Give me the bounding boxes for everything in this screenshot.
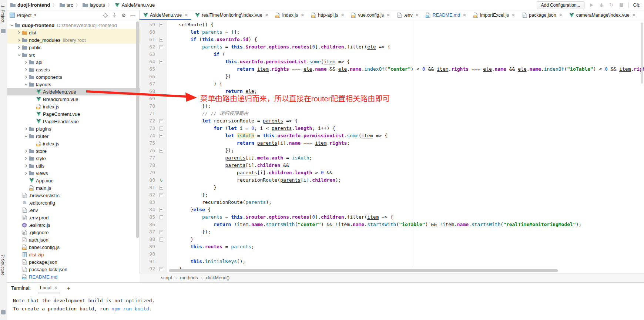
chevron-closed-icon[interactable]: [23, 157, 29, 160]
tab-http-api-js[interactable]: JShttp-api.js✕: [308, 10, 348, 20]
fold-marker-icon[interactable]: [155, 213, 167, 221]
tab-cameramanage-index-vue[interactable]: cameraManage\index.vue✕: [566, 10, 639, 20]
close-icon[interactable]: ✕: [386, 13, 390, 18]
hide-icon[interactable]: —: [130, 13, 135, 18]
fold-marker-icon[interactable]: [155, 43, 167, 51]
close-icon[interactable]: ✕: [415, 13, 419, 18]
code-editor[interactable]: 59 setRoute() {60 let parents = [];61 if…: [140, 20, 644, 273]
fold-marker-icon[interactable]: [155, 125, 167, 132]
fold-marker-icon[interactable]: [155, 265, 167, 273]
terminal-output[interactable]: Note that the development build is not o…: [7, 293, 644, 313]
close-icon[interactable]: ✕: [184, 13, 188, 18]
terminal-tab-local[interactable]: Local ✕: [38, 283, 60, 293]
tree-item-dist-zip[interactable]: dist.zip: [7, 251, 140, 258]
project-tool-icon[interactable]: [1, 29, 6, 33]
breadcrumb-item-layouts[interactable]: layouts: [83, 2, 105, 8]
collapse-all-icon[interactable]: [112, 13, 117, 18]
project-scrollbar[interactable]: [136, 21, 139, 238]
tree-item-asidemenu-vue[interactable]: AsideMenu.vue: [7, 88, 140, 95]
tab-realtimemonitoring-index-vue[interactable]: realTimeMonitoring\index.vue✕: [191, 10, 272, 20]
tree-item-readme-md[interactable]: MDREADME.md: [7, 273, 140, 280]
chevron-closed-icon[interactable]: [16, 38, 22, 42]
tree-item-plugins[interactable]: plugins: [7, 125, 140, 132]
tab-index-js[interactable]: JSindex.js✕: [272, 10, 308, 20]
code-breadcrumb-script[interactable]: script: [161, 275, 172, 280]
locate-icon[interactable]: [103, 13, 108, 18]
tree-item-public[interactable]: public: [7, 44, 140, 51]
close-icon[interactable]: ✕: [341, 13, 344, 18]
tree-item-package-lock-json[interactable]: {}package-lock.json: [7, 266, 140, 273]
tree-item--eslintrc-js[interactable]: .eslintrc.js: [7, 221, 140, 229]
tree-item-duoji-frontend[interactable]: duoji-frontendD:\zheheWeb\duoji-frontend: [7, 21, 140, 29]
close-icon[interactable]: ✕: [632, 13, 636, 18]
tab--env[interactable]: .env✕: [393, 10, 422, 20]
tree-item-layouts[interactable]: layouts: [7, 81, 140, 88]
tree-item-app-vue[interactable]: App.vue: [7, 177, 140, 184]
settings-icon[interactable]: ⚙: [121, 13, 126, 18]
close-icon[interactable]: ✕: [559, 13, 563, 18]
tree-item-utils[interactable]: utils: [7, 162, 140, 169]
tree-item-auth-json[interactable]: {}auth.json: [7, 236, 140, 243]
chevron-closed-icon[interactable]: [23, 172, 29, 175]
chevron-open-icon[interactable]: [16, 53, 22, 57]
tree-item--browserslistrc[interactable]: .browserslistrc: [7, 192, 140, 199]
tree-item-node-modules[interactable]: node_moduleslibrary root: [7, 36, 140, 44]
debug-icon[interactable]: [599, 3, 604, 8]
tree-item-views[interactable]: views: [7, 169, 140, 177]
chevron-closed-icon[interactable]: [23, 127, 29, 131]
tab-readme-md[interactable]: MDREADME.md✕: [422, 10, 470, 20]
fold-marker-icon[interactable]: [155, 36, 167, 43]
git-branch-widget[interactable]: Git:: [633, 3, 640, 8]
chevron-closed-icon[interactable]: [23, 75, 29, 79]
tree-item-index-js[interactable]: JSindex.js: [7, 103, 140, 110]
tree-item--editorconfig[interactable]: ⚙.editorconfig: [7, 199, 140, 206]
close-icon[interactable]: ✕: [301, 13, 304, 18]
chevron-closed-icon[interactable]: [16, 46, 22, 49]
tree-item--gitignore[interactable]: .gitignore: [7, 229, 140, 236]
tree-item-style[interactable]: style: [7, 155, 140, 162]
close-icon[interactable]: ✕: [54, 285, 58, 290]
play-icon[interactable]: [589, 3, 594, 8]
fold-marker-icon[interactable]: [155, 191, 167, 199]
fold-marker-icon[interactable]: [155, 58, 167, 65]
tree-item-router[interactable]: router: [7, 132, 140, 140]
close-icon[interactable]: ✕: [463, 13, 466, 18]
tree-item-package-json[interactable]: {}package.json: [7, 258, 140, 266]
rerun-icon[interactable]: ↻: [609, 3, 614, 8]
tree-item-dist[interactable]: dist: [7, 29, 140, 36]
code-breadcrumb-clickmenu-[interactable]: clickMenu(): [206, 275, 229, 280]
tree-item-index-js[interactable]: JSindex.js: [7, 140, 140, 147]
close-icon[interactable]: ✕: [511, 13, 515, 18]
new-terminal-button[interactable]: +: [67, 285, 70, 291]
fold-marker-icon[interactable]: [155, 147, 167, 154]
add-configuration-button[interactable]: Add Configuration...: [537, 1, 584, 9]
terminal-tool-icon[interactable]: [1, 310, 6, 314]
tab-importexcel-js[interactable]: JSimportExcel.js✕: [470, 10, 519, 20]
chevron-down-icon[interactable]: ▼: [33, 13, 37, 17]
fold-marker-icon[interactable]: [155, 206, 167, 213]
chevron-open-icon[interactable]: [23, 135, 29, 138]
tab-vue-config-js[interactable]: JSvue.config.js✕: [348, 10, 394, 20]
breadcrumb-item-src[interactable]: src: [60, 2, 73, 8]
chevron-open-icon[interactable]: [23, 83, 29, 86]
chevron-closed-icon[interactable]: [23, 149, 29, 153]
fold-marker-icon[interactable]: [155, 21, 167, 28]
tree-item-babel-config-js[interactable]: JSbabel.config.js: [7, 243, 140, 251]
tab-asidemenu-vue[interactable]: AsideMenu.vue✕: [140, 10, 191, 20]
vertical-scrollbar[interactable]: [641, 23, 643, 84]
breadcrumb-item-duoji-frontend[interactable]: duoji-frontend: [10, 2, 50, 8]
tree-item-api[interactable]: api: [7, 58, 140, 66]
fold-marker-icon[interactable]: [155, 184, 167, 191]
chevron-closed-icon[interactable]: [23, 61, 29, 64]
close-icon[interactable]: ✕: [265, 13, 269, 18]
fold-marker-icon[interactable]: [155, 236, 167, 243]
stripe-project-button[interactable]: 1: Project: [1, 5, 5, 22]
chevron-open-icon[interactable]: [9, 24, 15, 27]
tree-item-assets[interactable]: assets: [7, 66, 140, 73]
tree-item-pagecontent-vue[interactable]: PageContent.vue: [7, 110, 140, 118]
horizontal-scrollbar[interactable]: [169, 269, 558, 272]
tree-item--env[interactable]: .env: [7, 206, 140, 214]
breadcrumb-item-asidemenu-vue[interactable]: AsideMenu.vue: [115, 2, 155, 8]
stripe-structure-button[interactable]: 7: Structure: [1, 255, 5, 276]
code-breadcrumb-methods[interactable]: methods: [180, 275, 198, 280]
